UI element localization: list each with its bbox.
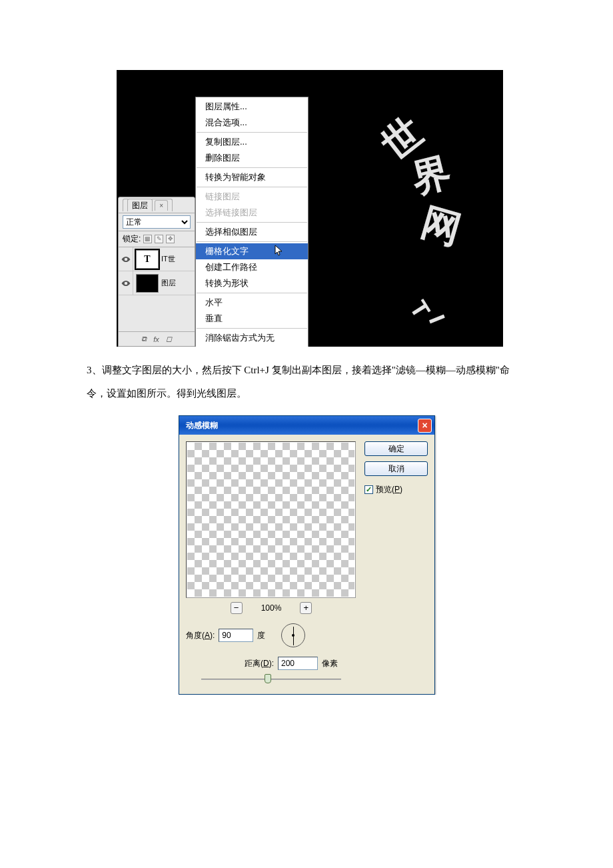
menu-separator [197, 293, 307, 293]
distance-label: 距离(D): [245, 658, 274, 669]
dialog-titlebar[interactable]: 动感模糊 × [179, 416, 434, 435]
preview-checkbox[interactable]: ✓ [364, 485, 373, 494]
layer-name-bg[interactable]: 图层 [161, 278, 195, 288]
layer-name-text[interactable]: IT世 [161, 254, 195, 264]
menu-item: 链接图层 [196, 189, 308, 205]
layer-thumb-text[interactable]: T [136, 250, 159, 269]
layer-row-bg[interactable]: 图层 [119, 271, 195, 295]
dialog-title: 动感模糊 [186, 420, 418, 431]
zoom-out-button[interactable]: − [231, 602, 243, 614]
layer-thumb-bg[interactable] [136, 274, 159, 293]
screenshot-layers-contextmenu: IT世界网 图层 × 正常 锁定: ▩ ✎ ✥ T IT世 [117, 70, 503, 347]
menu-separator [197, 328, 307, 329]
link-icon[interactable]: ⧉ [141, 335, 147, 343]
layer-context-menu: 图层属性...混合选项...复制图层...删除图层转换为智能对象链接图层选择链接… [195, 97, 308, 347]
layers-panel: 图层 × 正常 锁定: ▩ ✎ ✥ T IT世 [118, 197, 195, 347]
layers-panel-tab[interactable]: 图层 × [119, 197, 195, 213]
slider-track [201, 679, 341, 680]
lock-row: 锁定: ▩ ✎ ✥ [119, 231, 195, 247]
menu-item[interactable]: 复制图层... [196, 134, 308, 150]
angle-unit: 度 [257, 630, 265, 641]
arc-glyph: 网 [415, 197, 466, 257]
lock-move-icon[interactable]: ✥ [166, 235, 175, 243]
motion-blur-dialog: 动感模糊 × − 100% + 角度(A): 度 距离(D): 像素 [179, 415, 435, 695]
mask-icon[interactable]: ◻ [166, 335, 172, 343]
cancel-button[interactable]: 取消 [364, 461, 428, 476]
distance-unit: 像素 [322, 658, 338, 669]
lock-transparent-icon[interactable]: ▩ [143, 235, 152, 243]
lock-paint-icon[interactable]: ✎ [155, 235, 163, 243]
menu-item[interactable]: 图层属性... [196, 99, 308, 115]
article-step-3: 3、调整文字图层的大小，然后按下 Ctrl+J 复制出副本图层，接着选择"滤镜—… [87, 359, 526, 405]
slider-thumb[interactable] [265, 674, 271, 683]
layer-row-text[interactable]: T IT世 [119, 247, 195, 271]
arc-glyph: 世 [371, 106, 434, 171]
arc-glyph: I [424, 311, 450, 327]
menu-item: 选择链接图层 [196, 205, 308, 221]
warped-text-art: IT世界网 [310, 109, 496, 309]
layers-panel-footer: ⧉ fx ◻ [119, 331, 195, 346]
checkerboard-pattern [187, 443, 354, 597]
blend-mode-select[interactable]: 正常 [123, 215, 191, 229]
preview-checkbox-row[interactable]: ✓ 预览(P) [364, 484, 428, 495]
preview-area[interactable] [186, 441, 356, 598]
arc-glyph: T [404, 296, 435, 323]
distance-row: 距离(D): 像素 [186, 657, 356, 670]
zoom-value: 100% [261, 603, 282, 613]
menu-item[interactable]: 垂直 [196, 311, 308, 327]
menu-item[interactable]: 转换为形状 [196, 275, 308, 291]
zoom-controls: − 100% + [186, 602, 356, 614]
distance-input[interactable] [278, 657, 318, 670]
menu-separator [197, 132, 307, 133]
menu-separator [197, 222, 307, 223]
menu-separator [197, 167, 307, 168]
menu-item[interactable]: 转换为智能对象 [196, 169, 308, 185]
ok-button[interactable]: 确定 [364, 441, 428, 456]
menu-separator [197, 187, 307, 187]
arc-glyph: 界 [406, 146, 456, 206]
angle-input[interactable] [219, 629, 253, 642]
lock-label: 锁定: [123, 233, 141, 245]
menu-item[interactable]: 水平 [196, 295, 308, 311]
cursor-icon [275, 245, 284, 259]
angle-dial[interactable] [281, 623, 305, 647]
visibility-toggle-icon[interactable] [119, 271, 133, 295]
menu-item[interactable]: 删除图层 [196, 150, 308, 166]
menu-item[interactable]: 栅格化文字 [196, 243, 308, 259]
angle-row: 角度(A): 度 [186, 623, 356, 647]
menu-item[interactable]: 选择相似图层 [196, 224, 308, 240]
menu-item[interactable]: 消除锯齿方式为无 [196, 330, 308, 346]
close-icon[interactable]: × [155, 200, 168, 211]
fx-icon[interactable]: fx [153, 335, 159, 343]
close-icon[interactable]: × [418, 419, 432, 433]
visibility-toggle-icon[interactable] [119, 247, 133, 271]
angle-label: 角度(A): [186, 630, 215, 641]
distance-slider[interactable] [201, 674, 341, 685]
zoom-in-button[interactable]: + [300, 602, 312, 614]
layers-tab-label: 图层 [127, 199, 153, 211]
menu-item[interactable]: 创建工作路径 [196, 259, 308, 275]
menu-item[interactable]: 混合选项... [196, 115, 308, 131]
preview-label: 预览(P) [376, 484, 402, 495]
menu-separator [197, 241, 307, 242]
